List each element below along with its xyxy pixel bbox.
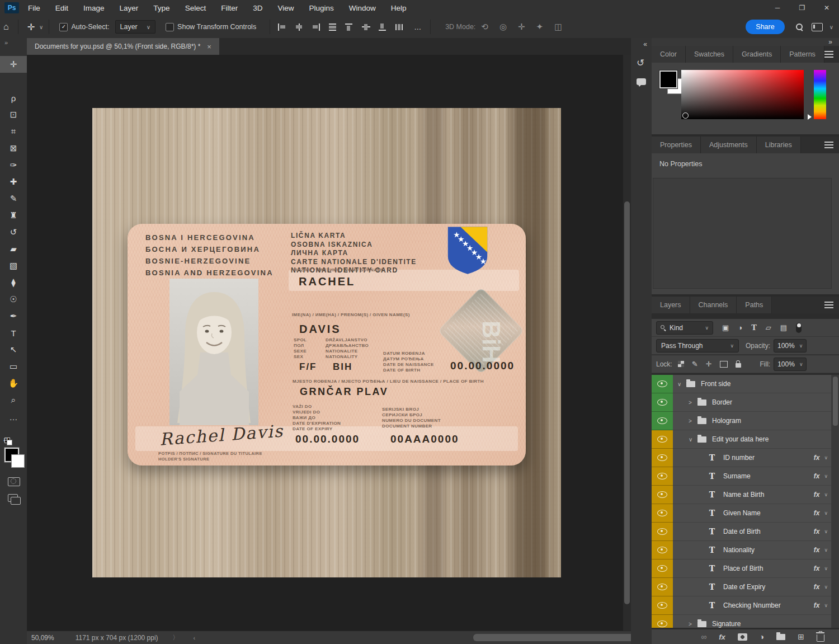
panel-menu-icon[interactable] [824, 302, 833, 308]
layer-row[interactable]: ∨ > T Date of Expiry fx ∨ [652, 578, 839, 596]
chevron-down-icon[interactable]: ∨ [824, 492, 828, 497]
eye-icon[interactable] [657, 436, 667, 443]
screen-mode-icon[interactable] [8, 494, 18, 502]
layer-row[interactable]: ∨ > T Border fx ∨ [652, 393, 839, 412]
layer-name[interactable]: Front side [701, 380, 730, 388]
comments-panel-icon[interactable] [637, 78, 646, 85]
background-color-swatch[interactable] [11, 454, 25, 468]
vertical-scrollbar[interactable] [623, 55, 631, 631]
panel-tab[interactable]: Channels [690, 297, 737, 313]
layer-visibility-cell[interactable] [652, 449, 673, 467]
layer-visibility-cell[interactable] [652, 486, 673, 504]
menu-item[interactable]: 3D [253, 4, 262, 12]
tool-button[interactable]: ✚ [0, 173, 27, 190]
auto-select-target-dropdown[interactable]: Layer ∨ [115, 20, 156, 34]
menu-item[interactable]: View [277, 4, 294, 12]
add-mask-icon[interactable] [738, 633, 747, 641]
eye-icon[interactable] [657, 621, 667, 627]
lock-all-icon[interactable] [736, 363, 741, 368]
layer-visibility-cell[interactable] [652, 430, 673, 449]
chevron-down-icon[interactable]: ∨ [39, 24, 43, 30]
eye-icon[interactable] [657, 602, 667, 609]
tool-button[interactable]: ⌗ [0, 123, 27, 140]
menu-item[interactable]: Type [153, 4, 169, 12]
tool-button[interactable]: ⊡ [0, 106, 27, 123]
tool-button[interactable]: T [0, 325, 27, 341]
layer-visibility-cell[interactable] [652, 596, 673, 615]
auto-select-checkbox[interactable]: ✓ [59, 23, 68, 31]
eye-icon[interactable] [657, 399, 667, 406]
menu-item[interactable]: Plugins [309, 4, 333, 12]
layer-name[interactable]: Edit your data here [712, 435, 769, 443]
align-icon[interactable] [328, 23, 337, 31]
tool-button[interactable]: ✒ [0, 308, 27, 325]
align-icon[interactable] [295, 23, 303, 31]
eye-icon[interactable] [657, 584, 667, 590]
tool-button[interactable]: ⊠ [0, 140, 27, 157]
layer-row[interactable]: ∨ > T Checking Nnumber fx ∨ [652, 596, 839, 615]
layer-name[interactable]: Place of Birth [723, 565, 763, 572]
tool-button[interactable]: ♜ [0, 207, 27, 224]
panel-tab[interactable]: Paths [737, 297, 772, 313]
tool-button[interactable] [0, 73, 27, 90]
layer-row[interactable]: ∨ > T Front side fx ∨ [652, 375, 839, 393]
layer-effects-badge[interactable]: fx [814, 601, 820, 609]
foreground-color-swatch[interactable] [659, 70, 677, 88]
document-tab[interactable]: Documents for you.psd @ 50,1% (Front sid… [27, 38, 219, 55]
close-tab-icon[interactable]: × [207, 43, 211, 51]
panel-tab[interactable]: Gradients [733, 46, 781, 63]
chevron-down-icon[interactable]: ∨ [824, 529, 828, 534]
menu-item[interactable]: Window [349, 4, 376, 12]
layer-effects-badge[interactable]: fx [814, 528, 820, 535]
panel-tab[interactable]: Swatches [686, 46, 733, 63]
align-icon[interactable] [379, 23, 387, 31]
layer-row[interactable]: ∨ > T Signature fx ∨ [652, 615, 839, 628]
eye-icon[interactable] [657, 491, 667, 498]
tool-button[interactable]: ☉ [0, 291, 27, 308]
layer-row[interactable]: ∨ > T Surname fx ∨ [652, 467, 839, 486]
chevron-down-icon[interactable]: ∨ [824, 584, 828, 590]
layer-filter-dropdown[interactable]: Kind ∨ [656, 321, 713, 335]
delete-layer-icon[interactable] [817, 634, 824, 642]
eye-icon[interactable] [657, 417, 667, 424]
layer-name[interactable]: ID number [723, 454, 755, 462]
expand-group-icon[interactable]: > [689, 418, 697, 424]
layer-name[interactable]: Checking Nnumber [723, 601, 781, 609]
status-options-icon[interactable]: 〉 [173, 633, 179, 642]
align-icon[interactable] [345, 23, 353, 31]
align-icon[interactable] [362, 23, 370, 31]
opacity-value[interactable]: 100% ∨ [774, 339, 807, 352]
layer-name[interactable]: Border [712, 398, 732, 406]
tool-button[interactable]: … [0, 408, 27, 425]
color-picker-cursor[interactable] [682, 112, 689, 119]
quick-mask-icon[interactable] [8, 477, 20, 486]
layer-name[interactable]: Nationality [723, 546, 755, 554]
tool-button[interactable]: ✎ [0, 190, 27, 207]
chevron-down-icon[interactable]: ∨ [824, 603, 828, 608]
expand-group-icon[interactable]: > [689, 621, 697, 627]
layer-name[interactable]: Signature [712, 620, 741, 628]
3d-mode-icon[interactable]: ⟲ [481, 22, 488, 32]
layer-effects-badge[interactable]: fx [814, 491, 820, 499]
fill-value[interactable]: 100% ∨ [774, 358, 807, 371]
layer-visibility-cell[interactable] [652, 412, 673, 430]
menu-item[interactable]: Help [391, 4, 407, 12]
align-icon[interactable] [395, 23, 404, 31]
layer-name[interactable]: Date of Birth [723, 528, 761, 535]
history-panel-icon[interactable]: ↺ [637, 57, 644, 69]
3d-mode-icon[interactable]: ✦ [536, 22, 544, 32]
3d-mode-icon[interactable]: ◎ [499, 22, 507, 32]
eye-icon[interactable] [657, 565, 667, 572]
tool-button[interactable]: ↖ [0, 341, 27, 358]
filter-smart-object-icon[interactable]: ▤ [780, 323, 787, 332]
menu-item[interactable]: Image [83, 4, 105, 12]
tool-button[interactable]: ✑ [0, 157, 27, 173]
layer-row[interactable]: ∨ > T ID number fx ∨ [652, 449, 839, 467]
chevron-down-icon[interactable]: ∨ [824, 510, 828, 516]
chevron-down-icon[interactable]: ∨ [824, 455, 828, 460]
share-button[interactable]: Share [746, 20, 784, 34]
layer-name[interactable]: Hologram [712, 417, 741, 425]
layer-effects-badge[interactable]: fx [814, 454, 820, 462]
panel-tab[interactable]: Patterns [781, 46, 824, 63]
layer-name[interactable]: Given Name [723, 509, 761, 517]
